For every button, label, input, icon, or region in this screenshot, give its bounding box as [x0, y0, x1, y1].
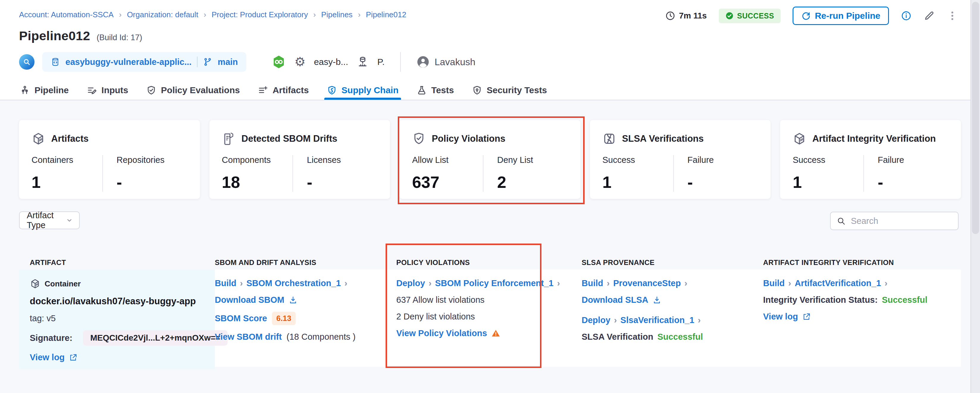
table-row: Container docker.io/lavakush07/easy-bugg…: [19, 270, 961, 367]
tab-label: Pipeline: [35, 85, 69, 95]
sbom-document-icon: [222, 132, 235, 145]
stat-containers: Containers 1: [32, 155, 102, 192]
integrity-stage-link[interactable]: Build: [763, 278, 785, 288]
container-cube-icon: [30, 278, 40, 289]
tab-pipeline[interactable]: Pipeline: [20, 81, 69, 100]
download-icon: [289, 296, 298, 305]
slsa-status-label: SLSA Verification: [582, 332, 653, 342]
download-sbom-link[interactable]: Download SBOM: [215, 295, 285, 305]
view-policy-violations-link[interactable]: View Policy Violations: [396, 328, 487, 338]
breadcrumb-account[interactable]: Account: Automation-SSCA: [19, 10, 114, 19]
inputs-icon: [87, 85, 97, 96]
deny-list-violations: 2 Deny list violations: [396, 312, 573, 321]
check-circle-icon: [725, 11, 733, 20]
trigger-abbrev: P.: [377, 57, 384, 67]
slsa-step2-link[interactable]: SlsaVerification_1: [620, 315, 694, 325]
tab-security-tests[interactable]: Security Tests: [472, 81, 547, 100]
breadcrumb-organization[interactable]: Organization: default: [127, 10, 199, 19]
pill-divider: [197, 57, 197, 67]
signature-value[interactable]: MEQCICde2Vjl...L+2+mqnOXw==: [83, 330, 227, 346]
pipeline-icon: [20, 85, 30, 96]
cube-icon: [32, 132, 45, 145]
policy-step-link[interactable]: SBOM Policy Enforcement_1: [435, 278, 554, 288]
artifact-type-label: Artifact Type: [27, 211, 66, 230]
view-log-link[interactable]: View log: [763, 312, 798, 321]
tab-label: Supply Chain: [342, 85, 399, 95]
tab-artifacts[interactable]: Artifacts: [258, 81, 309, 100]
breadcrumb-pipelines[interactable]: Pipelines: [321, 10, 353, 19]
chevron-down-icon: [66, 216, 73, 225]
breadcrumb-separator: ›: [313, 10, 316, 19]
execution-setup-name: easy-b...: [314, 57, 348, 67]
column-integrity-verification: ARTIFACT INTEGRITY VERIFICATION: [763, 259, 961, 267]
vertical-scrollbar[interactable]: [970, 0, 980, 393]
view-log-link[interactable]: View log: [30, 353, 65, 362]
slsa-stage1-link[interactable]: Build: [582, 278, 603, 288]
user-name: Lavakush: [435, 57, 476, 67]
artifact-type-dropdown[interactable]: Artifact Type: [19, 211, 80, 229]
kebab-menu-icon[interactable]: [947, 10, 958, 21]
card-title: Artifact Integrity Verification: [812, 133, 935, 144]
tab-label: Inputs: [102, 85, 128, 95]
page-title: Pipeline012: [19, 29, 90, 43]
execution-source-icon[interactable]: [19, 54, 35, 70]
external-link-icon: [802, 312, 811, 321]
tab-label: Artifacts: [272, 85, 309, 95]
tab-tests[interactable]: Tests: [417, 81, 454, 100]
integrity-step-link[interactable]: ArtifactVerification_1: [795, 278, 881, 288]
magnifier-icon: [22, 58, 31, 66]
supply-chain-shield-icon: [327, 85, 337, 96]
card-sbom-drifts: Detected SBOM Drifts Components 18 Licen…: [210, 120, 390, 199]
download-icon: [652, 296, 661, 305]
cell-policy-violations: Deploy › SBOM Policy Enforcement_1 › 637…: [396, 270, 582, 369]
artifact-image-name: docker.io/lavakush07/easy-buggy-app: [30, 296, 206, 307]
column-policy-violations: POLICY VIOLATIONS: [396, 259, 582, 267]
breadcrumb-project[interactable]: Project: Product Exploratory: [212, 10, 308, 19]
sbom-score-link[interactable]: SBOM Score: [215, 313, 267, 323]
breadcrumb: Account: Automation-SSCA › Organization:…: [19, 10, 406, 19]
artifact-tag: tag: v5: [30, 313, 206, 323]
card-slsa-verifications: SLSA Verifications Success 1 Failure -: [590, 120, 771, 199]
sbom-score-badge: 6.13: [272, 312, 296, 325]
triggered-by-user: Lavakush: [416, 55, 476, 69]
sbom-drift-components: (18 Components ): [286, 332, 356, 342]
sbom-step-link[interactable]: SBOM Orchestration_1: [247, 278, 340, 288]
view-sbom-drift-link[interactable]: View SBOM drift: [215, 332, 282, 342]
meta-divider: [400, 52, 401, 72]
slsa-step1-link[interactable]: ProvenanceStep: [613, 278, 681, 288]
download-slsa-link[interactable]: Download SLSA: [582, 295, 648, 305]
slsa-stage2-link[interactable]: Deploy: [582, 315, 611, 325]
stat-deny-list: Deny List 2: [483, 155, 568, 192]
info-icon[interactable]: [901, 10, 912, 21]
rerun-pipeline-button[interactable]: Re-run Pipeline: [792, 6, 889, 25]
artifacts-list-icon: [258, 85, 268, 96]
external-link-icon: [69, 353, 78, 362]
cell-slsa-provenance: Build › ProvenanceStep › Download SLSA D…: [582, 270, 763, 369]
policy-stage-link[interactable]: Deploy: [396, 278, 425, 288]
stat-repositories: Repositories -: [102, 155, 188, 192]
tab-policy-evaluations[interactable]: Policy Evaluations: [146, 81, 240, 100]
cube-verify-icon: [792, 132, 806, 145]
sbom-stage-link[interactable]: Build: [215, 278, 237, 288]
card-artifacts: Artifacts Containers 1 Repositories -: [19, 120, 200, 199]
search-icon: [837, 216, 846, 225]
card-title: Artifacts: [51, 133, 89, 144]
edit-pencil-icon[interactable]: [923, 10, 935, 21]
build-id: (Build Id: 17): [97, 33, 142, 42]
status-badge: SUCCESS: [719, 9, 781, 23]
search-input[interactable]: [850, 216, 952, 226]
git-branch-icon: [203, 57, 212, 67]
repo-branch-pill[interactable]: easybuggy-vulnerable-applic... main: [42, 52, 247, 72]
tab-supply-chain[interactable]: Supply Chain: [327, 81, 399, 100]
infrastructure-icon: [356, 56, 369, 68]
tab-inputs[interactable]: Inputs: [87, 81, 128, 100]
column-slsa-provenance: SLSA PROVENANCE: [582, 259, 763, 267]
breadcrumb-separator: ›: [119, 10, 122, 19]
summary-cards: Artifacts Containers 1 Repositories - De…: [19, 120, 961, 199]
cell-sbom: Build › SBOM Orchestration_1 › Download …: [215, 270, 396, 369]
card-title: Detected SBOM Drifts: [242, 133, 337, 144]
gear-icon[interactable]: ⚙: [294, 56, 306, 68]
breadcrumb-pipeline012[interactable]: Pipeline012: [366, 10, 406, 19]
header-actions: 7m 11s SUCCESS Re-run Pipeline: [665, 6, 958, 25]
scrollbar-thumb[interactable]: [972, 2, 979, 234]
